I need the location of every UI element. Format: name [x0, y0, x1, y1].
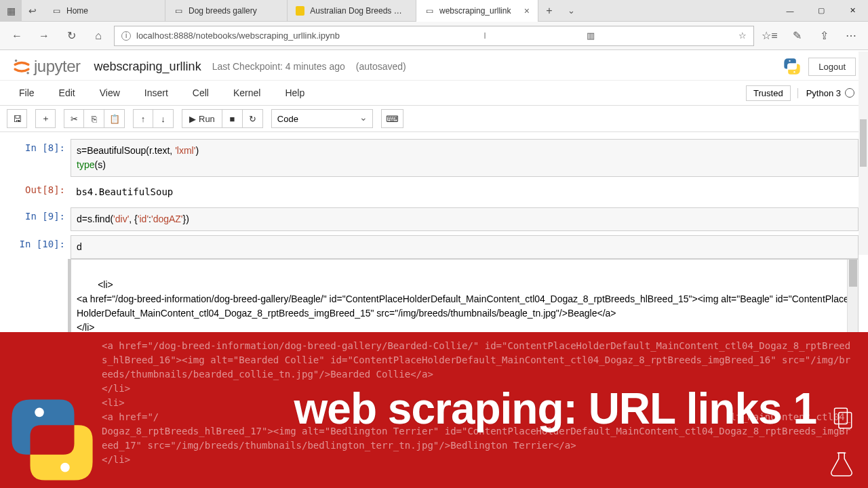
- tab-australian-breeds[interactable]: Australian Dog Breeds Galle: [288, 0, 416, 22]
- tab-label: webscraping_urllink: [439, 6, 511, 16]
- svg-point-1: [26, 72, 29, 75]
- reading-view-icon[interactable]: ▥: [587, 30, 595, 41]
- window-controls: — ▢ ✕: [774, 0, 868, 22]
- sidebar-toggle-icon[interactable]: ▦: [0, 0, 22, 22]
- notebook-title[interactable]: webscraping_urllink: [94, 60, 201, 74]
- output-text: bs4.BeautifulSoup: [71, 181, 859, 203]
- favorites-icon[interactable]: ☆≡: [758, 24, 781, 47]
- prompt-out: Out[8]:: [9, 181, 71, 203]
- svg-rect-6: [835, 408, 848, 424]
- checkpoint-text: Last Checkpoint: 4 minutes ago: [212, 61, 345, 72]
- kernel-name: Python 3: [806, 88, 841, 98]
- kernel-indicator[interactable]: Python 3: [797, 88, 854, 98]
- code-input[interactable]: d=s.find('div', {'id':'dogAZ'}): [71, 207, 859, 231]
- jupyter-menubar: File Edit View Insert Cell Kernel Help T…: [0, 80, 868, 106]
- browser-toolbar: ← → ↻ ⌂ i localhost:8888/notebooks/websc…: [0, 22, 868, 50]
- info-icon: i: [121, 31, 131, 41]
- restart-button[interactable]: ↻: [243, 109, 263, 128]
- tab-home[interactable]: ▭ Home: [43, 0, 165, 22]
- browser-tabs-bar: ▦ ↩ ▭ Home ▭ Dog breeds gallery Australi…: [0, 0, 868, 22]
- python-logo-icon: [8, 396, 96, 484]
- cell-out-8: Out[8]: bs4.BeautifulSoup: [9, 181, 859, 203]
- menu-file[interactable]: File: [7, 83, 47, 102]
- menu-insert[interactable]: Insert: [132, 83, 180, 102]
- jupyter-logo[interactable]: jupyter: [12, 57, 81, 76]
- back-button[interactable]: ←: [5, 24, 28, 47]
- code-input[interactable]: s=BeautifulSoup(r.text, 'lxml') type(s): [71, 139, 859, 177]
- close-tab-icon[interactable]: ×: [524, 5, 530, 16]
- prompt-in: In [8]:: [9, 139, 71, 177]
- page-scrollbar[interactable]: [859, 52, 868, 255]
- trusted-indicator[interactable]: Trusted: [746, 85, 791, 101]
- code-input[interactable]: d: [71, 235, 859, 259]
- svg-point-3: [794, 71, 795, 73]
- close-window-button[interactable]: ✕: [837, 0, 868, 22]
- text-cursor: I: [484, 30, 486, 41]
- svg-rect-7: [839, 413, 852, 428]
- address-bar[interactable]: i localhost:8888/notebooks/webscraping_u…: [114, 26, 754, 46]
- kernel-idle-icon: [845, 88, 854, 98]
- minimize-button[interactable]: —: [774, 0, 806, 22]
- recent-icon[interactable]: ↩: [22, 0, 43, 22]
- url-text: localhost:8888/notebooks/webscraping_url…: [136, 30, 340, 41]
- menu-help[interactable]: Help: [273, 83, 317, 102]
- tab-dog-breeds[interactable]: ▭ Dog breeds gallery: [165, 0, 288, 22]
- new-tab-button[interactable]: +: [538, 0, 560, 22]
- banner-title: web scraping: URL links 1: [294, 384, 816, 434]
- move-up-button[interactable]: ↑: [133, 109, 153, 128]
- menu-edit[interactable]: Edit: [47, 83, 87, 102]
- command-palette-button[interactable]: ⌨: [381, 109, 403, 128]
- autosave-text: (autosaved): [356, 61, 406, 72]
- video-title-banner: <a href="/dog-breed-information/dog-bree…: [0, 332, 868, 488]
- add-cell-button[interactable]: ＋: [35, 109, 56, 128]
- prompt-in: In [9]:: [9, 207, 71, 231]
- tab-label: Home: [66, 6, 88, 16]
- copy-icon: [827, 404, 856, 432]
- tab-webscraping[interactable]: ▭ webscraping_urllink ×: [416, 0, 538, 22]
- cell-type-select[interactable]: Code: [271, 109, 373, 128]
- favorite-icon[interactable]: ☆: [738, 30, 747, 41]
- python-kernel-icon: [783, 57, 802, 76]
- favicon-icon: [296, 6, 304, 16]
- interrupt-button[interactable]: ■: [222, 109, 243, 128]
- save-button[interactable]: 🖫: [7, 109, 27, 128]
- forward-button[interactable]: →: [33, 24, 56, 47]
- cell-in-8[interactable]: In [8]: s=BeautifulSoup(r.text, 'lxml') …: [9, 139, 859, 177]
- maximize-button[interactable]: ▢: [806, 0, 837, 22]
- page-icon: ▭: [174, 6, 183, 16]
- page-icon: ▭: [425, 6, 434, 16]
- cell-in-9[interactable]: In [9]: d=s.find('div', {'id':'dogAZ'}): [9, 207, 859, 231]
- tab-label: Australian Dog Breeds Galle: [310, 6, 408, 16]
- paste-button[interactable]: 📋: [104, 109, 125, 128]
- more-icon[interactable]: ⋯: [840, 24, 863, 47]
- svg-point-2: [789, 60, 791, 62]
- menu-view[interactable]: View: [87, 83, 132, 102]
- share-icon[interactable]: ⇪: [812, 24, 835, 47]
- svg-point-4: [35, 408, 44, 418]
- svg-point-5: [60, 463, 70, 472]
- jupyter-header: jupyter webscraping_urllink Last Checkpo…: [0, 50, 868, 80]
- flask-icon: [827, 449, 856, 477]
- tab-label: Dog breeds gallery: [189, 6, 257, 16]
- menu-cell[interactable]: Cell: [180, 83, 221, 102]
- move-down-button[interactable]: ↓: [153, 109, 174, 128]
- refresh-button[interactable]: ↻: [60, 24, 83, 47]
- home-button[interactable]: ⌂: [87, 24, 110, 47]
- cut-button[interactable]: ✂: [64, 109, 84, 128]
- copy-button[interactable]: ⎘: [84, 109, 104, 128]
- page-icon: ▭: [52, 6, 61, 16]
- jupyter-logo-icon: [12, 57, 31, 76]
- run-button[interactable]: ▶ Run: [182, 109, 222, 128]
- tabs-dropdown-icon[interactable]: ⌄: [560, 0, 582, 22]
- notes-icon[interactable]: ✎: [785, 24, 808, 47]
- svg-point-0: [15, 60, 18, 62]
- menu-kernel[interactable]: Kernel: [221, 83, 273, 102]
- jupyter-toolbar: 🖫 ＋ ✂ ⎘ 📋 ↑ ↓ ▶ Run ■ ↻ Code ⌨: [0, 106, 868, 132]
- logout-button[interactable]: Logout: [808, 58, 856, 76]
